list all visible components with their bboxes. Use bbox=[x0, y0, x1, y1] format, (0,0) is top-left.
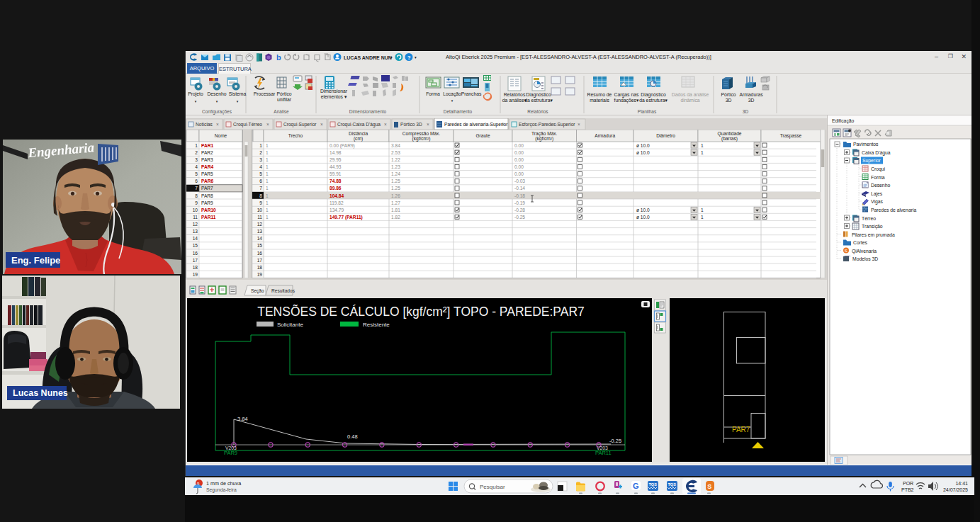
svg-text:1: 1 bbox=[266, 193, 269, 198]
svg-text:Croqui-Térreo: Croqui-Térreo bbox=[233, 122, 262, 127]
svg-text:▾: ▾ bbox=[195, 99, 197, 103]
svg-text:QiAlvenaria: QiAlvenaria bbox=[852, 249, 877, 254]
svg-text:Segunda-feira: Segunda-feira bbox=[206, 487, 237, 493]
svg-text:unifilar: unifilar bbox=[277, 97, 292, 102]
svg-text:2: 2 bbox=[259, 150, 262, 155]
svg-text:0.00: 0.00 bbox=[514, 171, 524, 176]
svg-text:134.79: 134.79 bbox=[330, 208, 344, 212]
svg-text:Graute: Graute bbox=[475, 133, 490, 138]
svg-text:11: 11 bbox=[257, 215, 262, 220]
svg-text:Trecho: Trecho bbox=[288, 133, 303, 138]
svg-text:3D: 3D bbox=[748, 98, 755, 103]
svg-text:?: ? bbox=[407, 55, 411, 61]
svg-text:Croqui: Croqui bbox=[871, 166, 886, 172]
svg-text:4: 4 bbox=[195, 164, 198, 169]
svg-text:0.48: 0.48 bbox=[347, 433, 358, 440]
svg-text:1.26: 1.26 bbox=[391, 193, 400, 198]
svg-text:Dimensionamento: Dimensionamento bbox=[349, 109, 387, 114]
svg-text:1: 1 bbox=[701, 143, 704, 148]
svg-text:Pranchas: Pranchas bbox=[461, 91, 482, 96]
svg-text:×: × bbox=[266, 122, 269, 127]
svg-text:Caixa D'água: Caixa D'água bbox=[862, 150, 891, 156]
svg-text:▾: ▾ bbox=[237, 99, 239, 103]
svg-text:×: × bbox=[502, 122, 505, 127]
svg-text:3.84: 3.84 bbox=[237, 416, 248, 422]
svg-text:12: 12 bbox=[193, 222, 198, 227]
svg-text:1: 1 bbox=[266, 186, 269, 191]
svg-text:-0.25: -0.25 bbox=[514, 215, 525, 220]
svg-text:Projeto: Projeto bbox=[188, 91, 203, 97]
svg-text:Dimensionar: Dimensionar bbox=[320, 89, 348, 93]
svg-text:PAR4: PAR4 bbox=[201, 164, 213, 169]
svg-text:Locação: Locação bbox=[443, 91, 461, 97]
svg-text:Dados da análise: Dados da análise bbox=[672, 92, 709, 97]
svg-text:Lajes: Lajes bbox=[871, 191, 883, 197]
svg-text:Processar: Processar bbox=[254, 91, 276, 96]
svg-text:PAR9: PAR9 bbox=[201, 200, 213, 205]
svg-text:S: S bbox=[707, 483, 711, 490]
svg-text:16: 16 bbox=[193, 251, 198, 256]
svg-text:PAR9: PAR9 bbox=[224, 450, 237, 456]
svg-text:Resistente: Resistente bbox=[363, 322, 390, 328]
svg-text:POR: POR bbox=[903, 481, 913, 486]
svg-text:Detalhamento: Detalhamento bbox=[444, 109, 473, 114]
svg-text:▾: ▾ bbox=[390, 55, 393, 59]
svg-text:1: 1 bbox=[701, 215, 704, 220]
svg-text:3D: 3D bbox=[726, 98, 732, 103]
svg-text:1: 1 bbox=[259, 143, 262, 148]
svg-text:12: 12 bbox=[257, 222, 263, 227]
svg-text:17: 17 bbox=[257, 258, 263, 263]
svg-text:PTB2: PTB2 bbox=[901, 487, 914, 492]
svg-text:2: 2 bbox=[195, 150, 198, 155]
svg-text:PAR7: PAR7 bbox=[201, 186, 213, 191]
svg-text:7: 7 bbox=[195, 186, 198, 191]
svg-text:×: × bbox=[216, 122, 219, 127]
svg-text:Forma: Forma bbox=[426, 91, 440, 96]
svg-text:da estrutura▾: da estrutura▾ bbox=[639, 98, 668, 103]
svg-text:Planilhas: Planilhas bbox=[638, 109, 657, 114]
svg-text:TQS: TQS bbox=[649, 482, 658, 487]
svg-text:5: 5 bbox=[195, 171, 198, 176]
svg-text:6: 6 bbox=[259, 178, 262, 183]
svg-text:Notícias: Notícias bbox=[196, 122, 213, 127]
svg-text:Relatórios: Relatórios bbox=[504, 92, 526, 97]
svg-text:b: b bbox=[276, 53, 281, 62]
svg-text:Vigas: Vigas bbox=[871, 199, 883, 205]
svg-text:Pórtico: Pórtico bbox=[721, 92, 736, 97]
svg-text:fundações▾: fundações▾ bbox=[614, 98, 639, 103]
svg-text:da análise▾: da análise▾ bbox=[502, 98, 527, 103]
svg-text:Superior: Superior bbox=[862, 158, 881, 164]
svg-text:119.82: 119.82 bbox=[330, 200, 344, 205]
svg-text:44.93: 44.93 bbox=[330, 164, 342, 169]
svg-text:Paredes de alvenaria: Paredes de alvenaria bbox=[871, 208, 916, 212]
svg-text:×: × bbox=[578, 122, 580, 127]
svg-text:dinâmica: dinâmica bbox=[680, 98, 699, 103]
svg-text:-0.18: -0.18 bbox=[514, 193, 525, 198]
svg-text:15: 15 bbox=[257, 243, 263, 248]
svg-text:15: 15 bbox=[193, 243, 198, 248]
svg-text:Transição: Transição bbox=[862, 224, 883, 229]
svg-text:19: 19 bbox=[193, 272, 198, 277]
svg-text:PAR11: PAR11 bbox=[595, 450, 612, 456]
svg-text:PAR3: PAR3 bbox=[201, 157, 213, 162]
svg-text:6: 6 bbox=[195, 178, 198, 183]
svg-text:1: 1 bbox=[266, 215, 269, 220]
svg-text:3: 3 bbox=[195, 157, 198, 162]
svg-text:1: 1 bbox=[266, 157, 269, 162]
svg-text:▾: ▾ bbox=[451, 98, 454, 103]
svg-text:3.84: 3.84 bbox=[391, 143, 400, 148]
svg-text:-0.28: -0.28 bbox=[514, 208, 525, 212]
svg-text:(kgf/cm²): (kgf/cm²) bbox=[412, 136, 430, 142]
svg-text:Sistema: Sistema bbox=[229, 91, 247, 96]
svg-text:9: 9 bbox=[195, 200, 198, 205]
svg-text:Armaduras: Armaduras bbox=[739, 92, 763, 97]
svg-text:PAR10: PAR10 bbox=[201, 208, 216, 212]
svg-text:1.82: 1.82 bbox=[391, 215, 400, 220]
svg-text:×: × bbox=[320, 122, 323, 127]
svg-text:Relatórios: Relatórios bbox=[527, 109, 548, 114]
svg-text:-0.14: -0.14 bbox=[514, 186, 525, 191]
svg-text:1.27: 1.27 bbox=[391, 200, 400, 205]
svg-text:elementos ▾: elementos ▾ bbox=[321, 94, 347, 99]
svg-text:PAR7: PAR7 bbox=[732, 426, 750, 433]
svg-text:Cortes: Cortes bbox=[853, 240, 868, 245]
